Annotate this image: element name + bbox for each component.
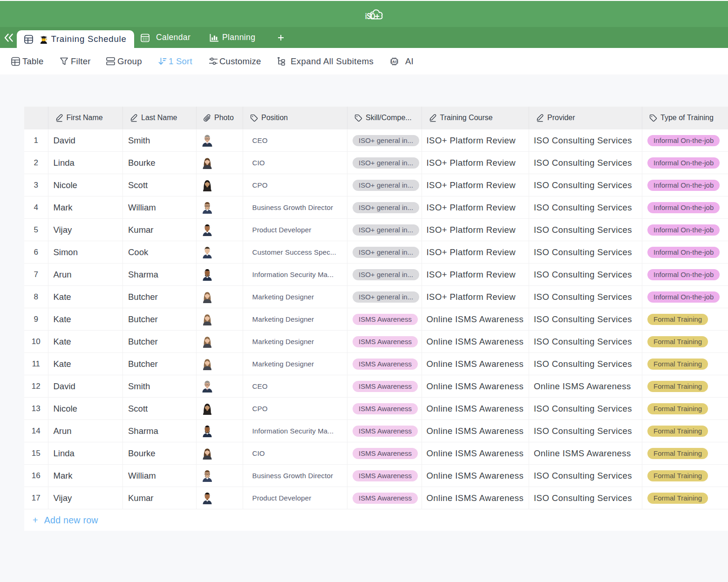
svg-text:AI: AI xyxy=(392,60,396,64)
